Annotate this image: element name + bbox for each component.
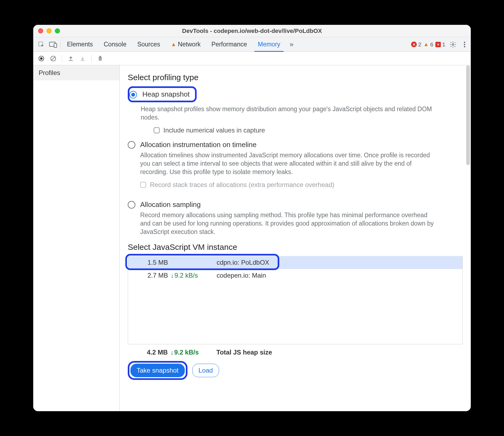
total-rate: ↓ 9.2 kB/s: [170, 349, 216, 356]
vm-size: 1.5 MB: [133, 259, 171, 266]
svg-point-5: [464, 44, 465, 45]
annotation-highlight: Take snapshot: [128, 361, 187, 380]
tab-console[interactable]: Console: [98, 37, 132, 52]
profiling-type-heading: Select profiling type: [128, 73, 463, 82]
download-icon[interactable]: [78, 54, 87, 63]
total-size: 4.2 MB: [133, 349, 170, 356]
checkbox-icon: [140, 182, 146, 188]
kebab-menu-icon[interactable]: [461, 41, 469, 48]
devtools-window: DevTools - codepen.io/web-dot-dev/live/P…: [33, 25, 471, 411]
tab-performance[interactable]: Performance: [206, 37, 253, 52]
option-allocation-timeline[interactable]: Allocation instrumentation on timeline A…: [128, 141, 463, 195]
collect-garbage-icon[interactable]: [96, 54, 105, 63]
option-heap-label: Heap snapshot: [141, 90, 192, 99]
option-sampling-desc: Record memory allocations using sampling…: [140, 211, 435, 236]
inspect-icon[interactable]: [35, 37, 47, 52]
option-timeline-label: Allocation instrumentation on timeline: [140, 141, 435, 149]
titlebar: DevTools - codepen.io/web-dot-dev/live/P…: [33, 25, 471, 37]
radio-allocation-timeline[interactable]: [128, 141, 135, 149]
warnings-count: 6: [430, 41, 434, 48]
vm-row-selected[interactable]: 1.5 MB cdpn.io: PoLdbOX: [128, 256, 462, 269]
include-numerical-label: Include numerical values in capture: [163, 127, 265, 134]
warning-icon: ▲: [171, 41, 176, 47]
status-counts: ✕ 2 ▲ 6 × 1: [411, 37, 469, 52]
arrow-down-icon: ↓: [170, 349, 174, 356]
errors-count: 2: [418, 41, 421, 48]
clear-icon[interactable]: [49, 54, 58, 63]
record-stack-traces-label: Record stack traces of allocations (extr…: [150, 181, 334, 189]
issues-count: 1: [442, 41, 445, 48]
annotation-highlight: Heap snapshot: [128, 86, 197, 102]
vm-size: 2.7 MB: [133, 272, 171, 279]
window-title: DevTools - codepen.io/web-dot-dev/live/P…: [33, 28, 471, 35]
tab-elements[interactable]: Elements: [62, 37, 98, 52]
svg-point-8: [40, 57, 42, 60]
option-timeline-desc: Allocation timelines show instrumented J…: [140, 151, 435, 176]
tab-memory[interactable]: Memory: [252, 37, 285, 52]
content-panel: Select profiling type Heap snapshot Heap…: [120, 65, 471, 411]
tab-network[interactable]: ▲ Network: [166, 37, 206, 52]
option-allocation-sampling[interactable]: Allocation sampling Record memory alloca…: [128, 200, 463, 236]
option-heap-desc: Heap snapshot profiles show memory distr…: [141, 105, 435, 122]
main-tabs: Elements Console Sources ▲ Network Perfo…: [33, 37, 471, 52]
sidebar-item-profiles[interactable]: Profiles: [33, 65, 119, 80]
issues-badge[interactable]: × 1: [435, 41, 445, 48]
scrollbar[interactable]: [466, 65, 470, 165]
vm-instance-heading: Select JavaScript VM instance: [128, 243, 463, 252]
svg-point-3: [452, 43, 454, 45]
vm-instance-list: 1.5 MB cdpn.io: PoLdbOX 2.7 MB ↓ 9.2 kB/…: [128, 256, 463, 344]
total-label: Total JS heap size: [216, 349, 272, 356]
action-buttons: Take snapshot Load: [128, 361, 463, 380]
vm-totals-row: 4.2 MB ↓ 9.2 kB/s Total JS heap size: [128, 344, 463, 357]
issue-icon: ×: [435, 42, 441, 47]
vm-rate-value: 9.2 kB/s: [174, 272, 198, 279]
vm-rate: ↓ 9.2 kB/s: [171, 272, 217, 279]
option-heap-snapshot[interactable]: Heap snapshot: [128, 86, 463, 102]
device-toolbar-icon[interactable]: [47, 37, 59, 52]
profiling-toolbar: [33, 52, 471, 65]
checkbox-icon[interactable]: [154, 127, 160, 133]
arrow-down-icon: ↓: [171, 272, 174, 279]
errors-badge[interactable]: ✕ 2: [411, 41, 421, 48]
warning-icon: ▲: [424, 41, 429, 47]
vm-row[interactable]: 2.7 MB ↓ 9.2 kB/s codepen.io: Main: [128, 269, 462, 282]
sidebar: Profiles: [33, 65, 120, 411]
option-sampling-label: Allocation sampling: [140, 200, 435, 209]
svg-rect-2: [54, 43, 57, 47]
radio-heap-snapshot[interactable]: [129, 91, 137, 98]
tab-network-label: Network: [178, 41, 200, 48]
warnings-badge[interactable]: ▲ 6: [424, 41, 433, 48]
error-icon: ✕: [411, 42, 417, 47]
upload-icon[interactable]: [66, 54, 75, 63]
include-numerical-checkbox-row[interactable]: Include numerical values in capture: [154, 127, 463, 134]
radio-allocation-sampling[interactable]: [128, 201, 135, 209]
svg-point-6: [464, 46, 465, 47]
body: Profiles Select profiling type Heap snap…: [33, 65, 471, 411]
take-snapshot-button[interactable]: Take snapshot: [130, 364, 185, 377]
vm-name: codepen.io: Main: [217, 272, 458, 279]
record-icon[interactable]: [37, 54, 46, 63]
tab-sources[interactable]: Sources: [132, 37, 165, 52]
more-tabs-icon[interactable]: »: [286, 37, 298, 52]
svg-point-4: [464, 42, 465, 43]
record-stack-traces-checkbox-row: Record stack traces of allocations (extr…: [140, 181, 435, 189]
total-rate-value: 9.2 kB/s: [174, 349, 199, 356]
vm-name: cdpn.io: PoLdbOX: [217, 259, 458, 266]
settings-gear-icon[interactable]: [448, 41, 458, 48]
load-button[interactable]: Load: [192, 364, 219, 377]
svg-line-10: [52, 57, 55, 60]
